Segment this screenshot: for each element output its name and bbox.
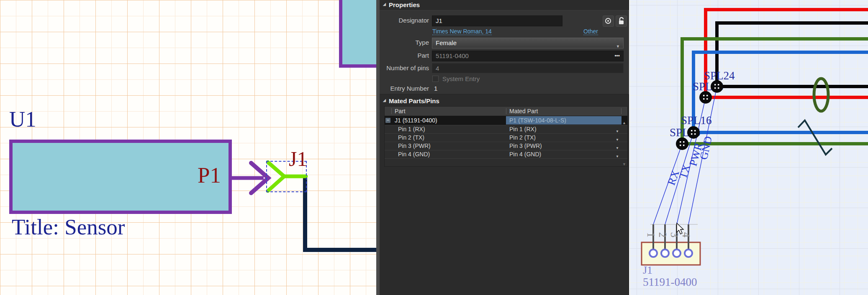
mated-pin-cell[interactable]: Pin 4 (GND) <box>509 150 541 158</box>
mated-header-label: Mated Parts/Pins <box>389 97 439 104</box>
pin-number-1: 1 <box>645 232 657 238</box>
lock-button[interactable] <box>616 15 627 27</box>
wire-break-symbol[interactable] <box>798 120 832 155</box>
splice-label-spl16[interactable]: SPL16 <box>681 114 712 127</box>
part-label: Part <box>383 52 429 59</box>
collapse-triangle-icon[interactable]: ◢ <box>383 2 386 6</box>
splice-black[interactable] <box>711 80 723 93</box>
table-row[interactable]: Pin 3 (PWR) Pin 3 (PWR) ▼ <box>385 142 627 150</box>
pin-cell: Pin 4 (GND) <box>398 150 430 158</box>
mated-pin-cell[interactable]: Pin 2 (TX) <box>509 134 536 142</box>
group-part-cell[interactable]: J1 (51191-0400) <box>395 116 437 125</box>
more-options-icon[interactable]: ••• <box>614 51 620 61</box>
pin-cell: Pin 1 (RX) <box>398 125 425 133</box>
signal-harness-wire[interactable] <box>305 177 376 250</box>
entry-number-label: Entry Number <box>383 85 429 92</box>
harness-diagram-canvas[interactable]: RX TX PWR GND SPL24 SPL23 SPL16 SPL15 <box>629 0 868 295</box>
connector-part-label[interactable]: 51191-0400 <box>643 276 697 288</box>
designator-input[interactable]: J1 <box>432 15 562 26</box>
collapse-minus-icon[interactable]: − <box>385 118 390 123</box>
schematic-wire-layer <box>0 0 376 295</box>
panel-splitter[interactable] <box>376 0 380 295</box>
properties-header-label: Properties <box>389 1 420 8</box>
harness-layer: RX TX PWR GND SPL24 SPL23 SPL16 SPL15 <box>629 0 868 295</box>
table-group-row[interactable]: − J1 (51191-0400) P1 (TSW-104-08-L-S) ▲ <box>385 116 627 125</box>
type-label: Type <box>383 39 429 46</box>
table-row[interactable]: Pin 4 (GND) Pin 4 (GND) ▼ <box>385 150 627 158</box>
font-link[interactable]: Times New Roman, 14 <box>432 28 492 35</box>
visibility-button[interactable] <box>603 15 614 27</box>
collapse-triangle-icon[interactable]: ◢ <box>383 98 386 102</box>
net-label-gnd[interactable]: GND <box>697 135 714 160</box>
system-entry-label: System Entry <box>442 75 480 82</box>
splice-blue[interactable] <box>687 126 700 139</box>
other-link[interactable]: Other <box>583 28 598 35</box>
type-dropdown[interactable]: Female ▼ <box>432 38 624 48</box>
mated-parts-table: Part Mated Part − J1 (51191-0400) P1 (TS… <box>384 106 628 167</box>
pin-cell: Pin 3 (PWR) <box>398 142 431 150</box>
scroll-down-icon[interactable]: ▼ <box>622 160 626 168</box>
table-header-row: Part Mated Part <box>385 107 627 116</box>
mated-pin-cell[interactable]: Pin 3 (PWR) <box>509 142 542 150</box>
connector-designator-j1[interactable]: J1 <box>289 148 307 170</box>
unlocked-padlock-icon <box>616 16 627 26</box>
properties-section-header[interactable]: ◢ Properties <box>380 0 629 10</box>
splice-green[interactable] <box>676 137 688 150</box>
column-header-part[interactable]: Part <box>395 107 406 116</box>
part-input[interactable]: 51191-0400 ••• <box>432 51 624 61</box>
connector-ref-label[interactable]: J1 <box>643 264 652 276</box>
pin-number-3: 3 <box>669 232 680 238</box>
table-empty-row: ▼ <box>385 158 627 166</box>
pin-cell: Pin 2 (TX) <box>398 134 424 142</box>
wire-loop-symbol[interactable] <box>814 79 828 111</box>
group-mated-cell[interactable]: P1 (TSW-104-08-L-S) <box>506 116 621 125</box>
splice-red[interactable] <box>699 91 712 104</box>
number-of-pins-label: Number of pins <box>383 64 429 71</box>
table-row[interactable]: Pin 1 (RX) Pin 1 (RX) ▼ <box>385 125 627 133</box>
system-entry-checkbox[interactable] <box>432 76 439 82</box>
column-header-mated-part[interactable]: Mated Part <box>509 107 538 116</box>
table-row[interactable]: Pin 2 (TX) Pin 2 (TX) ▼ <box>385 133 627 142</box>
chevron-down-icon: ▼ <box>616 41 620 51</box>
entry-number-value: 1 <box>434 85 437 92</box>
wire-black-gnd[interactable] <box>717 23 868 86</box>
schematic-canvas[interactable]: U1 P1 Title: Sensor J1 <box>0 0 376 295</box>
properties-panel: ◢ Properties Designator J1 Times New Rom… <box>380 0 629 295</box>
number-of-pins-input: 4 <box>432 63 624 73</box>
designator-label: Designator <box>383 17 429 24</box>
mated-section-header[interactable]: ◢ Mated Parts/Pins <box>380 96 629 106</box>
general-section: Designator J1 Times New Roman, 14 Other … <box>380 10 629 94</box>
part-value: 51191-0400 <box>436 52 469 59</box>
type-value: Female <box>436 39 457 46</box>
mated-pin-cell[interactable]: Pin 1 (RX) <box>509 125 537 133</box>
pin-number-2: 2 <box>657 232 668 238</box>
eye-icon <box>603 16 614 26</box>
